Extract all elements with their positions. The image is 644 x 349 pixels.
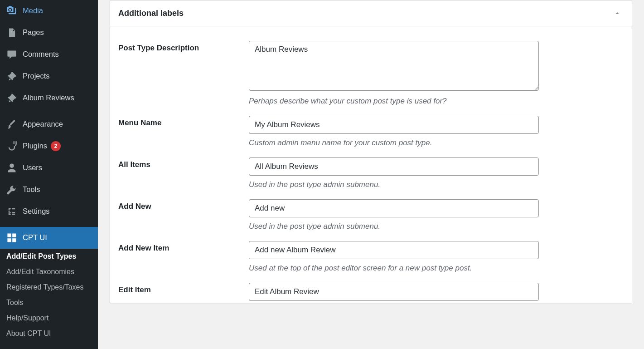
field-help: Perhaps describe what your custom post t…: [249, 97, 539, 106]
sidebar-label: Settings: [23, 207, 50, 216]
sidebar-item-settings[interactable]: Settings: [0, 201, 98, 222]
submenu-tools[interactable]: Tools: [0, 295, 98, 310]
sidebar-label: Pages: [23, 28, 44, 37]
edit-item-input[interactable]: [249, 283, 539, 301]
sidebar-label: Users: [23, 163, 42, 172]
sidebar-label: Comments: [23, 50, 59, 59]
cptui-icon: [6, 232, 17, 243]
main-content: Additional labels Post Type Description …: [98, 0, 644, 349]
field-label: Menu Name: [118, 116, 249, 147]
add-new-item-input[interactable]: [249, 241, 539, 259]
field-label: All Items: [118, 157, 249, 189]
sidebar-item-projects[interactable]: Projects: [0, 65, 98, 87]
pin-icon: [6, 93, 17, 103]
panel-body: Post Type Description Perhaps describe w…: [110, 26, 632, 303]
field-all-items: All Items Used in the post type admin su…: [110, 147, 632, 189]
sidebar-item-pages[interactable]: Pages: [0, 22, 98, 44]
chevron-up-icon: [614, 10, 620, 16]
field-help: Used in the post type admin submenu.: [249, 222, 539, 231]
field-menu-name: Menu Name Custom admin menu name for you…: [110, 106, 632, 147]
field-add-new-item: Add New Item Used at the top of the post…: [110, 231, 632, 273]
sidebar-item-appearance[interactable]: Appearance: [0, 113, 98, 135]
panel-title: Additional labels: [118, 9, 184, 18]
user-icon: [6, 162, 17, 173]
sidebar-label: Appearance: [23, 120, 63, 129]
sidebar-label: CPT UI: [23, 233, 47, 242]
sidebar-label: Tools: [23, 185, 40, 194]
media-icon: [6, 5, 17, 16]
submenu-about-cptui[interactable]: About CPT UI: [0, 326, 98, 341]
sidebar-label: Media: [23, 6, 43, 15]
submenu-help-support[interactable]: Help/Support: [0, 310, 98, 326]
sidebar-item-plugins[interactable]: Plugins 2: [0, 135, 98, 157]
wrench-icon: [6, 184, 17, 195]
plug-icon: [6, 141, 17, 152]
sidebar-separator: [0, 222, 98, 227]
sidebar-item-comments[interactable]: Comments: [0, 44, 98, 65]
sidebar-separator: [0, 109, 98, 113]
field-label: Edit Item: [118, 283, 249, 301]
sidebar-item-album-reviews[interactable]: Album Reviews: [0, 87, 98, 109]
all-items-input[interactable]: [249, 157, 539, 176]
field-help: Used in the post type admin submenu.: [249, 180, 539, 189]
pages-icon: [6, 27, 17, 38]
add-new-input[interactable]: [249, 199, 539, 217]
sidebar-item-users[interactable]: Users: [0, 157, 98, 179]
additional-labels-panel: Additional labels Post Type Description …: [110, 0, 632, 303]
admin-sidebar: Media Pages Comments Projects Album Revi…: [0, 0, 98, 349]
plugins-update-badge: 2: [51, 141, 61, 151]
post-type-description-input[interactable]: [249, 41, 539, 91]
sidebar-label: Plugins: [23, 142, 47, 151]
field-post-type-description: Post Type Description Perhaps describe w…: [110, 31, 632, 106]
comment-icon: [6, 49, 17, 60]
panel-header: Additional labels: [110, 0, 632, 26]
field-help: Used at the top of the post editor scree…: [249, 264, 539, 273]
panel-collapse-toggle[interactable]: [611, 7, 624, 20]
field-label: Add New Item: [118, 241, 249, 273]
sidebar-item-cptui[interactable]: CPT UI: [0, 227, 98, 249]
brush-icon: [6, 119, 17, 130]
pin-icon: [6, 71, 17, 82]
field-help: Custom admin menu name for your custom p…: [249, 138, 539, 147]
sidebar-item-media[interactable]: Media: [0, 0, 98, 22]
menu-name-input[interactable]: [249, 116, 539, 134]
sidebar-label: Album Reviews: [23, 93, 74, 103]
field-label: Add New: [118, 199, 249, 231]
field-add-new: Add New Used in the post type admin subm…: [110, 189, 632, 231]
submenu-add-edit-post-types[interactable]: Add/Edit Post Types: [0, 249, 98, 264]
submenu-add-edit-taxonomies[interactable]: Add/Edit Taxonomies: [0, 264, 98, 280]
field-label: Post Type Description: [118, 41, 249, 106]
submenu-registered-types-taxes[interactable]: Registered Types/Taxes: [0, 280, 98, 295]
settings-icon: [6, 206, 17, 217]
sidebar-item-tools[interactable]: Tools: [0, 179, 98, 201]
sidebar-label: Projects: [23, 72, 50, 81]
field-edit-item: Edit Item: [110, 273, 632, 301]
